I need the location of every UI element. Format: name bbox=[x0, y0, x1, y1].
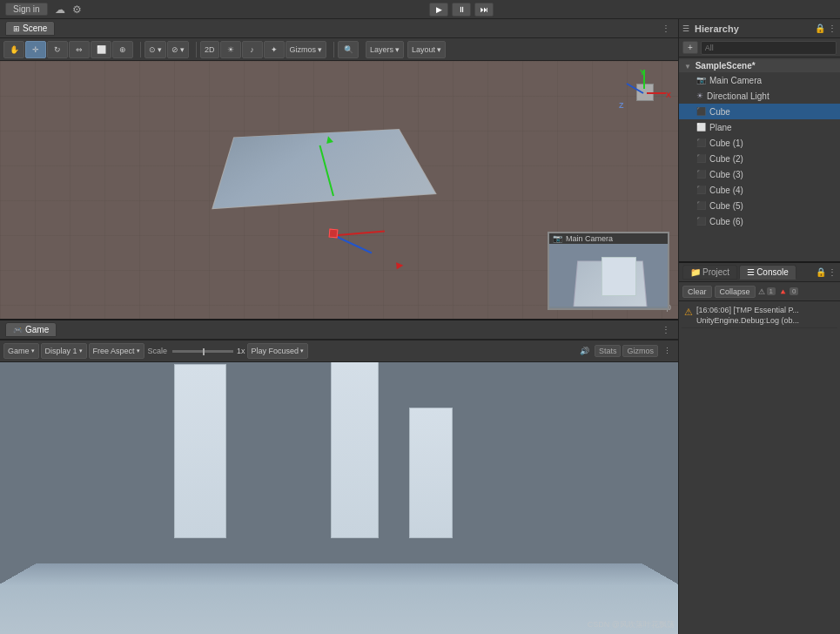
scene-gizmos-dropdown[interactable]: Gizmos ▾ bbox=[286, 41, 327, 58]
orientation-gizmo[interactable]: Y X Z bbox=[619, 68, 671, 120]
playmode-controls: ▶ ⏸ ⏭ bbox=[429, 3, 494, 17]
error-count-area: 🔺 0 bbox=[778, 287, 798, 296]
tab-project[interactable]: 📁 Project bbox=[682, 265, 737, 280]
game-menu-btn2[interactable]: ⋮ bbox=[660, 346, 675, 356]
scene-viewport[interactable]: Y X Z < Persp 📷 Main Camera bbox=[0, 61, 678, 319]
search-btn[interactable]: 🔍 bbox=[338, 41, 359, 58]
game-cube-3 bbox=[409, 408, 453, 538]
hierarchy-search[interactable] bbox=[701, 41, 837, 55]
log-text: [16:06:06] [TMP Essential P... UnityEngi… bbox=[696, 306, 835, 326]
settings-icon[interactable]: ⚙ bbox=[72, 3, 82, 16]
obj-icon: ⬛ bbox=[696, 107, 706, 116]
hierarchy-scene-root[interactable]: ▼ SampleScene* bbox=[679, 59, 840, 72]
pivot-dropdown[interactable]: ⊙ ▾ bbox=[144, 41, 166, 58]
cloud-icon[interactable]: ☁ bbox=[55, 3, 65, 16]
playmode-dropdown[interactable]: Play Focused ▾ bbox=[247, 343, 309, 359]
console-lock-btn[interactable]: 🔒 bbox=[816, 267, 826, 277]
aspect-dropdown[interactable]: Free Aspect ▾ bbox=[89, 343, 144, 359]
rotate-tool-btn[interactable]: ↻ bbox=[47, 41, 68, 58]
game-label-dropdown[interactable]: Game ▾ bbox=[3, 343, 39, 359]
signin-button[interactable]: Sign in bbox=[5, 3, 48, 16]
hierarchy-add-btn[interactable]: + bbox=[682, 41, 698, 54]
tab-scene[interactable]: ⊞ Scene bbox=[5, 21, 55, 36]
list-item[interactable]: 📷 Main Camera bbox=[679, 72, 840, 88]
bottom-tab-bar: 📁 Project ☰ Console 🔒 ⋮ bbox=[679, 263, 840, 282]
list-item[interactable]: ⬛ Cube (6) bbox=[679, 213, 840, 229]
display-arrow: ▾ bbox=[79, 347, 83, 354]
list-item[interactable]: ⬜ Plane bbox=[679, 119, 840, 135]
scene-arrow: ▼ bbox=[684, 63, 691, 71]
console-toolbar: Clear Collapse ⚠ 1 🔺 0 bbox=[679, 282, 840, 301]
game-panel-options: ⋮ bbox=[659, 324, 673, 335]
layout-arrow: ▾ bbox=[437, 45, 441, 54]
scale-tool-btn[interactable]: ⇔ bbox=[69, 41, 90, 58]
display-dropdown[interactable]: Display 1 ▾ bbox=[41, 343, 87, 359]
main-layout: ⊞ Scene ⋮ ✋ ✛ ↻ ⇔ ⬜ ⊕ bbox=[0, 19, 840, 634]
local-dropdown[interactable]: ⊘ ▾ bbox=[167, 41, 189, 58]
play-button[interactable]: ▶ bbox=[429, 3, 448, 17]
game-panel: 🎮 Game ⋮ Game ▾ Display 1 ▾ Free As bbox=[0, 320, 678, 634]
gizmos-dropdown[interactable]: 2D bbox=[200, 41, 219, 58]
scene-menu-btn[interactable]: ⋮ bbox=[659, 23, 673, 34]
scene-name: SampleScene* bbox=[696, 61, 756, 71]
item-label: Cube (6) bbox=[709, 217, 743, 226]
gizmos-label: Gizmos bbox=[290, 45, 317, 54]
list-item[interactable]: ⬛ Cube (4) bbox=[679, 182, 840, 198]
error-count: 0 bbox=[790, 287, 798, 295]
list-item[interactable]: ⬛ Cube bbox=[679, 104, 840, 119]
hierarchy-lock-btn[interactable]: 🔒 bbox=[815, 24, 825, 33]
step-button[interactable]: ⏭ bbox=[474, 3, 494, 17]
sep3 bbox=[333, 42, 334, 57]
layout-label: Layout bbox=[412, 45, 435, 54]
obj-icon: ⬛ bbox=[696, 138, 706, 147]
stats-btn[interactable]: Stats bbox=[595, 345, 622, 357]
list-item[interactable]: ⬛ Cube (1) bbox=[679, 135, 840, 151]
game-viewport[interactable]: CSDN @风吹落叶花飘荡 bbox=[0, 362, 678, 634]
console-menu-btn[interactable]: ⋮ bbox=[828, 267, 837, 277]
play-focused-label: Play Focused bbox=[252, 347, 299, 355]
layout-dropdown[interactable]: Layout ▾ bbox=[407, 41, 446, 58]
list-item[interactable]: ☀ Directional Light bbox=[679, 88, 840, 104]
pause-button[interactable]: ⏸ bbox=[452, 3, 471, 17]
light-toggle-btn[interactable]: ☀ bbox=[220, 41, 241, 58]
scale-slider[interactable] bbox=[172, 350, 233, 353]
hierarchy-action-bar: + bbox=[679, 38, 840, 57]
scale-label: Scale bbox=[148, 347, 168, 355]
hierarchy-toolbar: ☰ Hierarchy 🔒 ⋮ bbox=[679, 19, 840, 38]
list-item[interactable]: ⬛ Cube (5) bbox=[679, 198, 840, 213]
hierarchy-menu-btn[interactable]: ⋮ bbox=[828, 24, 837, 33]
camera-preview-title: 📷 Main Camera bbox=[549, 233, 668, 244]
item-label: Plane bbox=[709, 123, 732, 132]
clear-button[interactable]: Clear bbox=[682, 286, 712, 298]
rect-tool-btn[interactable]: ⬜ bbox=[91, 41, 111, 58]
log-warning-icon: ⚠ bbox=[684, 307, 693, 318]
tab-game[interactable]: 🎮 Game bbox=[5, 322, 57, 337]
layers-dropdown[interactable]: Layers ▾ bbox=[366, 41, 404, 58]
obj-icon: ⬜ bbox=[696, 123, 706, 132]
project-tab-icon: 📁 bbox=[690, 267, 701, 277]
scene-panel-options: ⋮ bbox=[659, 23, 673, 34]
collapse-button[interactable]: Collapse bbox=[715, 286, 756, 298]
top-bar: Sign in ☁ ⚙ ▶ ⏸ ⏭ bbox=[0, 0, 840, 19]
audio-btn[interactable]: 🔊 bbox=[576, 346, 593, 356]
obj-icon: ⬛ bbox=[696, 217, 706, 226]
game-menu-btn[interactable]: ⋮ bbox=[659, 324, 673, 335]
obj-icon: ⬛ bbox=[696, 201, 706, 210]
gizmos-btn[interactable]: Gizmos bbox=[622, 345, 658, 357]
camera-preview: 📷 Main Camera bbox=[548, 232, 669, 310]
item-label: Cube (1) bbox=[709, 138, 743, 148]
hand-tool-btn[interactable]: ✋ bbox=[3, 41, 24, 58]
fx-toggle-btn[interactable]: ✦ bbox=[264, 41, 285, 58]
audio-toggle-btn[interactable]: ♪ bbox=[242, 41, 263, 58]
list-item[interactable]: ⬛ Cube (3) bbox=[679, 166, 840, 182]
move-tool-btn[interactable]: ✛ bbox=[25, 41, 46, 58]
camera-preview-label: Main Camera bbox=[566, 234, 613, 243]
tab-console[interactable]: ☰ Console bbox=[739, 265, 796, 280]
game-tab-icon: 🎮 bbox=[13, 326, 23, 334]
local-arrow: ▾ bbox=[180, 45, 185, 54]
log-entry[interactable]: ⚠ [16:06:06] [TMP Essential P... UnityEn… bbox=[682, 304, 837, 328]
playmode-arrow: ▾ bbox=[300, 347, 304, 354]
right-panel: ☰ Hierarchy 🔒 ⋮ + ▼ SampleScene* bbox=[679, 19, 840, 634]
custom-tool-btn[interactable]: ⊕ bbox=[112, 41, 133, 58]
list-item[interactable]: ⬛ Cube (2) bbox=[679, 151, 840, 166]
